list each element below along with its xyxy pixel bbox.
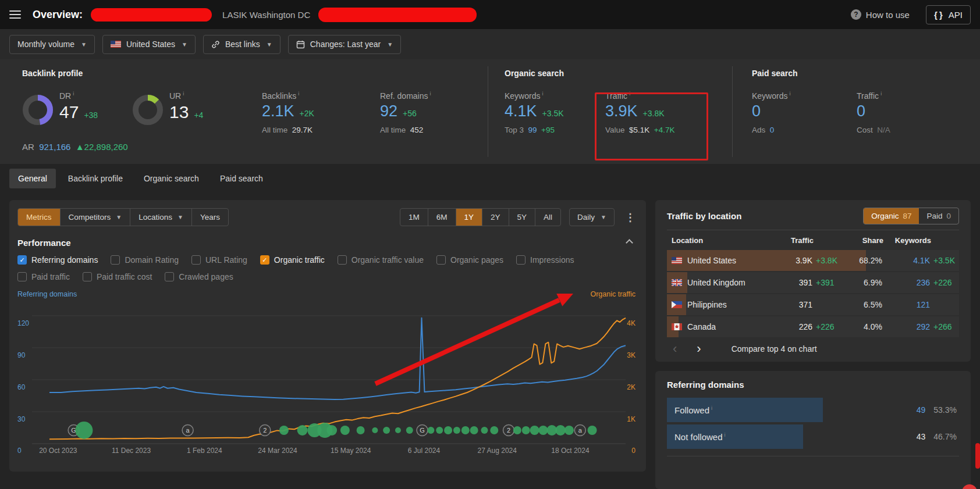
- paid-keywords-value[interactable]: 0: [752, 102, 761, 120]
- event-dot[interactable]: [395, 427, 401, 433]
- api-button[interactable]: { } API: [926, 5, 971, 24]
- info-icon[interactable]: i: [711, 405, 712, 411]
- performance-chart[interactable]: Referring domainsOrganic traffic1204K903…: [17, 284, 638, 461]
- range-button-1y[interactable]: 1Y: [456, 209, 482, 226]
- kebab-menu-icon[interactable]: ⋮: [623, 211, 638, 224]
- range-button-5y[interactable]: 5Y: [509, 209, 535, 226]
- event-dot[interactable]: [75, 422, 93, 439]
- location-row-united-states[interactable]: United States3.9K+3.8K68.2%4.1K+3.5K: [667, 250, 959, 271]
- location-row-philippines[interactable]: Philippines3716.5%121: [667, 294, 959, 315]
- count-value[interactable]: 49: [917, 405, 926, 415]
- organic-traffic-value[interactable]: 3.9K: [605, 102, 638, 120]
- event-dot[interactable]: [470, 426, 478, 434]
- svg-text:18 Oct 2024: 18 Oct 2024: [551, 447, 590, 455]
- refdomains-row-not-followed[interactable]: Not followedi4346.7%: [667, 424, 959, 449]
- location-row-united-kingdom[interactable]: United Kingdom391+3916.9%236+226: [667, 272, 959, 293]
- location-row-canada[interactable]: Canada226+2264.0%292+266: [667, 316, 959, 337]
- event-dot[interactable]: [326, 425, 337, 436]
- event-dot[interactable]: [427, 427, 434, 434]
- granularity-dropdown[interactable]: Daily▼: [569, 208, 615, 226]
- event-dot[interactable]: [436, 427, 443, 434]
- menu-icon[interactable]: [9, 10, 21, 19]
- info-icon[interactable]: i: [183, 91, 184, 97]
- compare-link[interactable]: Compare top 4 on chart: [732, 344, 817, 354]
- event-dot[interactable]: [564, 426, 574, 435]
- keywords-value[interactable]: 121: [882, 300, 930, 309]
- range-button-1m[interactable]: 1M: [400, 209, 428, 226]
- organic-keywords-value[interactable]: 4.1K: [505, 102, 537, 120]
- info-icon[interactable]: i: [725, 432, 726, 438]
- view-button-metrics[interactable]: Metrics: [18, 209, 60, 226]
- info-icon[interactable]: i: [789, 91, 790, 97]
- checkbox-impressions[interactable]: Impressions: [516, 255, 574, 265]
- event-dot[interactable]: [490, 426, 498, 434]
- volume-dropdown[interactable]: Monthly volume▼: [9, 35, 95, 54]
- info-icon[interactable]: i: [542, 91, 543, 97]
- info-icon[interactable]: i: [298, 91, 299, 97]
- event-dot[interactable]: [340, 426, 350, 435]
- view-button-years[interactable]: Years: [191, 209, 228, 226]
- info-icon[interactable]: i: [880, 91, 882, 97]
- tab-backlink-profile[interactable]: Backlink profile: [59, 169, 132, 188]
- keywords-value[interactable]: 236: [882, 278, 930, 287]
- refdomains-row-followed[interactable]: Followedi4953.3%: [667, 398, 959, 422]
- checkbox-domain-rating[interactable]: Domain Rating: [111, 255, 179, 265]
- info-icon[interactable]: i: [429, 91, 431, 97]
- checkbox-organic-traffic-value[interactable]: Organic traffic value: [338, 255, 424, 265]
- collapse-chevron-icon[interactable]: [626, 239, 633, 247]
- tab-organic-search[interactable]: Organic search: [135, 169, 208, 188]
- scrollbar-thumb[interactable]: [975, 443, 980, 469]
- event-dot[interactable]: [538, 426, 548, 435]
- event-dot[interactable]: [453, 427, 460, 434]
- section-title: Paid search: [752, 69, 961, 78]
- info-icon[interactable]: i: [73, 91, 74, 97]
- report-tabs: GeneralBacklink profileOrganic searchPai…: [0, 164, 980, 193]
- changes-dropdown[interactable]: Changes: Last year▼: [288, 35, 401, 54]
- keywords-value[interactable]: 292: [882, 322, 930, 331]
- info-icon[interactable]: i: [629, 91, 630, 97]
- event-dot[interactable]: [513, 426, 521, 434]
- checkbox-crawled-pages[interactable]: Crawled pages: [165, 272, 233, 281]
- checkbox-organic-pages[interactable]: Organic pages: [436, 255, 503, 265]
- svg-text:1K: 1K: [627, 415, 635, 423]
- event-dot[interactable]: [372, 427, 378, 433]
- best-links-dropdown[interactable]: Best links▼: [203, 35, 280, 54]
- event-dot[interactable]: [481, 427, 488, 434]
- event-dot[interactable]: [530, 426, 539, 435]
- event-dot[interactable]: [555, 425, 566, 436]
- event-dot[interactable]: [297, 425, 308, 436]
- event-dot[interactable]: [406, 427, 413, 434]
- backlinks-value[interactable]: 2.1K: [262, 102, 294, 120]
- checkbox-url-rating[interactable]: URL Rating: [191, 255, 247, 265]
- svg-text:a: a: [186, 427, 190, 434]
- checkbox-paid-traffic[interactable]: Paid traffic: [17, 272, 70, 281]
- keywords-value[interactable]: 4.1K: [882, 256, 930, 265]
- paid-toggle-button[interactable]: Paid 0: [919, 208, 958, 224]
- range-button-6m[interactable]: 6M: [428, 209, 456, 226]
- event-dot[interactable]: [588, 426, 597, 435]
- view-button-competitors[interactable]: Competitors▼: [60, 209, 130, 226]
- svg-text:2: 2: [263, 427, 267, 434]
- paid-search-section: Paid search Keywordsi 0 Ads 0 Traffici 0…: [752, 69, 961, 134]
- event-dot[interactable]: [444, 426, 452, 434]
- country-dropdown[interactable]: United States▼: [102, 35, 196, 54]
- how-to-use-link[interactable]: ? How to use: [851, 9, 910, 20]
- event-dot[interactable]: [383, 427, 390, 434]
- checkbox-paid-traffic-cost[interactable]: Paid traffic cost: [83, 272, 152, 281]
- organic-toggle-button[interactable]: Organic 87: [864, 208, 919, 224]
- event-dot[interactable]: [461, 426, 470, 434]
- refdomains-value[interactable]: 92: [380, 102, 397, 120]
- tab-general[interactable]: General: [9, 169, 56, 188]
- next-page-icon[interactable]: ›: [697, 343, 701, 355]
- prev-page-icon[interactable]: ‹: [673, 343, 677, 355]
- checkbox-referring-domains[interactable]: ✓Referring domains: [17, 255, 98, 265]
- event-dot[interactable]: [357, 426, 365, 434]
- event-dot[interactable]: [522, 426, 530, 434]
- event-dot[interactable]: [279, 426, 289, 435]
- range-button-all[interactable]: All: [535, 209, 560, 226]
- tab-paid-search[interactable]: Paid search: [211, 169, 272, 188]
- view-button-locations[interactable]: Locations▼: [130, 209, 191, 226]
- range-button-2y[interactable]: 2Y: [482, 209, 509, 226]
- paid-traffic-value[interactable]: 0: [857, 102, 865, 120]
- checkbox-organic-traffic[interactable]: ✓Organic traffic: [260, 255, 325, 265]
